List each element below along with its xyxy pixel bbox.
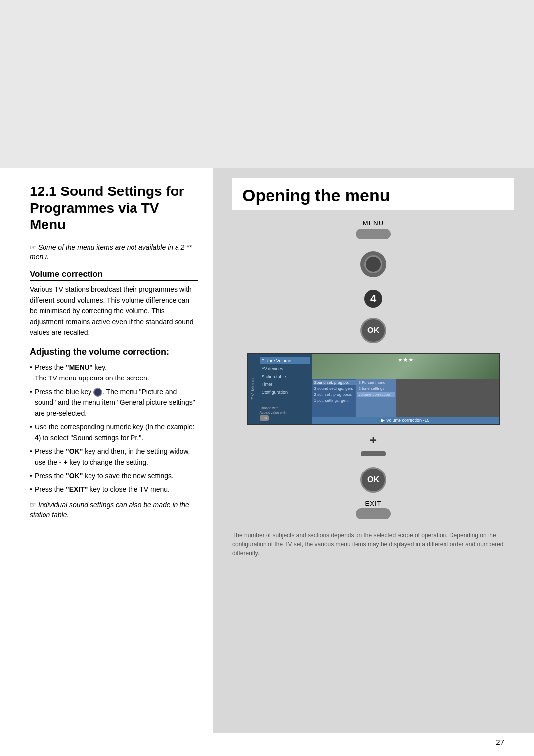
section-title-line1: Sound Settings for: [60, 184, 184, 199]
tv-submenu2: 3 Forced mono 2 tone settings volume cor…: [356, 379, 396, 417]
menu-button-group: MENU: [356, 219, 391, 240]
tv-menu-item-av: AV devices: [260, 365, 310, 372]
blue-key-group: [360, 248, 386, 280]
tv-menu-item-picture: Picture·Volume: [260, 357, 310, 364]
top-grey-area: [0, 0, 534, 168]
tv-inner: TV-Menu Picture·Volume AV devices Statio…: [248, 354, 499, 424]
list-item: Press the blue key . The menu "Picture a…: [30, 387, 198, 419]
tv-sub1-item4: 1 pct. settings, gen.: [313, 398, 356, 403]
tv-main: ★★★ Sound set. prog.po. 3 sound settings…: [312, 354, 499, 424]
section-number: 12.1: [30, 184, 57, 199]
list-item: Press the "OK" key and then, in the sett…: [30, 446, 198, 468]
main-content: 12.1 Sound Settings for Programmes via T…: [0, 168, 534, 733]
tv-volume-bar: ▶ Volume correction -15: [312, 417, 499, 424]
ok-button-2[interactable]: OK: [360, 467, 386, 493]
tv-stars: ★★★: [398, 356, 414, 363]
list-item: Press the "MENU" key. The TV menu appear…: [30, 362, 198, 383]
menu-label: MENU: [363, 219, 384, 227]
tv-sidebar: Picture·Volume AV devices Station table …: [258, 354, 312, 424]
tv-submenu1: Sound set. prog.po. 3 sound settings, ge…: [312, 379, 356, 417]
number-4-button[interactable]: 4: [364, 290, 382, 308]
list-item: Press the "EXIT" key to close the TV men…: [30, 484, 198, 495]
volume-heading: Volume correction: [30, 269, 198, 281]
tv-sub2-item2: 2 tone settings: [357, 386, 395, 391]
plus-button[interactable]: +: [370, 433, 377, 447]
plus-minus-area: +: [361, 433, 386, 458]
right-col-items: MENU 4 OK: [232, 219, 514, 558]
number-4-group: 4: [364, 287, 382, 311]
section-title-line2: Programmes via TV Menu: [30, 200, 159, 233]
opening-title: Opening the menu: [232, 178, 514, 210]
tv-menu-label: TV-Menu: [250, 378, 255, 400]
tv-volume-text: ▶ Volume correction -15: [381, 418, 429, 423]
tv-change-labels: Change with: [260, 406, 310, 410]
right-column: Opening the menu MENU 4: [213, 168, 534, 733]
exit-pill-button[interactable]: [356, 508, 391, 519]
page: 12.1 Sound Settings for Programmes via T…: [0, 0, 534, 756]
tv-sub1-item1: Sound set. prog.po.: [313, 380, 356, 385]
note-bottom: Individual sound settings can also be ma…: [30, 500, 198, 520]
tv-accept-label: Accept value with: [260, 411, 310, 414]
list-item: Press the "OK" key to save the new setti…: [30, 471, 198, 482]
tv-menu-item-station: Station table: [260, 373, 310, 380]
tv-menu-item-timer: Timer: [260, 381, 310, 388]
list-item: Use the corresponding numeric key (in th…: [30, 422, 198, 443]
section-title: 12.1 Sound Settings for Programmes via T…: [30, 183, 198, 233]
ok-button-group-1: OK: [360, 315, 386, 346]
ok-small-button: OK: [260, 415, 269, 421]
page-number: 27: [0, 733, 534, 756]
exit-button-group: EXIT: [356, 498, 391, 520]
footer-note: The number of subjects and sections depe…: [232, 531, 514, 558]
adj-heading: Adjusting the volume correction:: [30, 347, 198, 357]
ok-button-group-2: OK: [360, 464, 386, 496]
tv-sub1-item3: 2 sct. set . prog.posn.: [313, 392, 356, 397]
minus-button[interactable]: [361, 451, 386, 456]
tv-sub2-item1: 3 Forced mono: [357, 380, 395, 385]
tv-sub2-item3: volume correction: [357, 392, 395, 397]
tv-sidebar-label-area: TV-Menu: [248, 354, 258, 424]
volume-body: Various TV stations broadcast their prog…: [30, 284, 198, 338]
tv-screenshot: TV-Menu Picture·Volume AV devices Statio…: [247, 353, 500, 425]
tv-sub1-item2: 3 sound settings, gen.: [313, 386, 356, 391]
change-with-label: Change with: [260, 406, 279, 410]
tv-image-area: ★★★: [312, 354, 499, 379]
exit-label: EXIT: [365, 500, 382, 507]
tv-menu-item-config: Configuration: [260, 389, 310, 396]
tv-menu-area: Sound set. prog.po. 3 sound settings, ge…: [312, 379, 499, 417]
menu-pill-button[interactable]: [356, 229, 391, 239]
note-text: Some of the menu items are not available…: [30, 243, 198, 262]
blue-key-icon: [93, 388, 102, 397]
bullet-list: Press the "MENU" key. The TV menu appear…: [30, 362, 198, 495]
blue-key-inner: [364, 255, 382, 273]
left-column: 12.1 Sound Settings for Programmes via T…: [0, 168, 213, 733]
ok-button-1[interactable]: OK: [360, 318, 386, 343]
blue-key-button[interactable]: [360, 251, 386, 277]
